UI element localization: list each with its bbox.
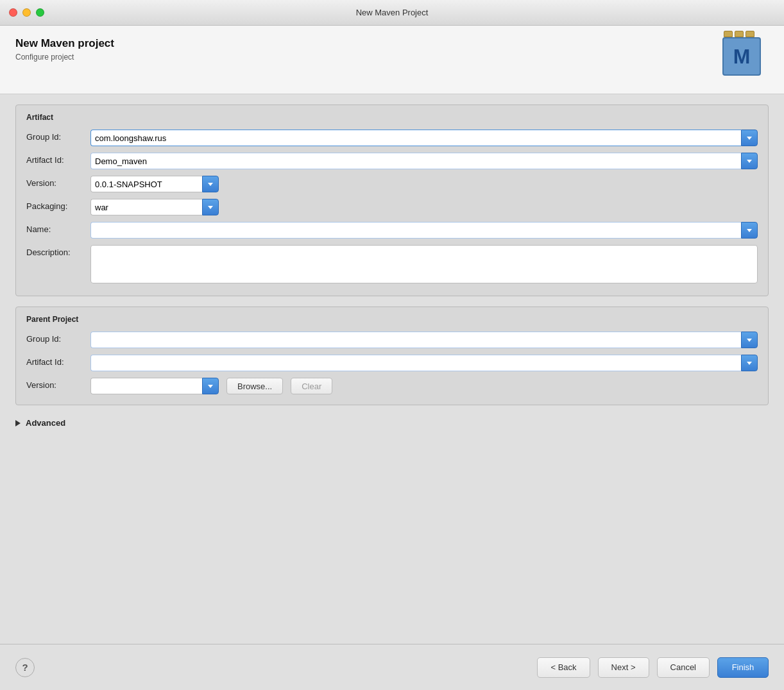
artifact-group-id-input[interactable] [90,130,741,146]
advanced-label: Advanced [26,418,65,428]
artifact-packaging-field: war [90,199,758,215]
maven-logo: M [722,37,769,83]
parent-group-id-field [90,332,758,348]
artifact-artifact-id-dropdown-btn[interactable] [741,153,758,169]
parent-artifact-id-input-group [90,355,758,371]
artifact-artifact-id-row: Artifact Id: [26,153,758,169]
maven-icon-letter: M [722,37,761,76]
artifact-version-dropdown-btn[interactable] [202,176,219,192]
dialog-subtitle: Configure project [15,53,114,62]
artifact-packaging-select-group: war [90,199,219,215]
title-bar: New Maven Project [0,0,784,26]
parent-version-select[interactable] [90,378,202,394]
parent-artifact-id-field [90,355,758,371]
parent-version-select-group [90,378,219,394]
parent-version-dropdown-btn[interactable] [202,378,219,394]
artifact-packaging-row: Packaging: war [26,199,758,215]
artifact-section: Artifact Group Id: Artifact Id: [15,105,769,296]
chevron-down-icon [747,160,752,163]
artifact-group-id-input-group [90,130,758,146]
artifact-packaging-dropdown-btn[interactable] [202,199,219,215]
chevron-down-icon [747,362,752,365]
parent-version-label: Version: [26,378,90,390]
dialog-header-text: New Maven project Configure project [15,37,114,62]
icon-tabs [724,31,754,37]
artifact-description-textarea[interactable] [90,245,758,283]
chevron-down-icon [208,183,213,186]
parent-group-id-input-group [90,332,758,348]
parent-group-id-row: Group Id: [26,332,758,348]
artifact-version-row: Version: 0.0.1-SNAPSHOT [26,176,758,192]
triangle-right-icon [15,420,21,426]
artifact-group-id-label: Group Id: [26,130,90,142]
finish-button[interactable]: Finish [717,657,769,678]
parent-group-id-label: Group Id: [26,332,90,344]
chevron-down-icon [747,339,752,342]
artifact-version-select[interactable]: 0.0.1-SNAPSHOT [90,176,202,192]
maximize-button[interactable] [36,8,44,17]
advanced-section: Advanced [15,416,769,430]
artifact-name-field [90,222,758,239]
parent-artifact-id-dropdown-btn[interactable] [741,355,758,371]
artifact-artifact-id-label: Artifact Id: [26,153,90,165]
artifact-section-title: Artifact [26,113,758,122]
parent-group-id-dropdown-btn[interactable] [741,332,758,348]
artifact-version-select-group: 0.0.1-SNAPSHOT [90,176,219,192]
artifact-packaging-label: Packaging: [26,199,90,211]
artifact-version-field: 0.0.1-SNAPSHOT [90,176,758,192]
clear-button[interactable]: Clear [291,378,332,394]
parent-version-input-group: Browse... Clear [90,378,758,394]
parent-artifact-id-input[interactable] [90,355,741,371]
dialog-content: Artifact Group Id: Artifact Id: [0,94,784,644]
artifact-description-label: Description: [26,245,90,257]
artifact-version-label: Version: [26,176,90,188]
footer-left: ? [15,658,35,677]
artifact-packaging-select[interactable]: war [90,199,202,215]
artifact-name-input[interactable] [90,222,741,239]
artifact-artifact-id-input[interactable] [90,153,741,169]
artifact-group-id-dropdown-btn[interactable] [741,130,758,146]
artifact-name-row: Name: [26,222,758,239]
next-button[interactable]: Next > [598,657,649,678]
parent-group-id-input[interactable] [90,332,741,348]
artifact-group-id-field [90,130,758,146]
artifact-artifact-id-input-group [90,153,758,169]
parent-project-section-title: Parent Project [26,315,758,324]
artifact-artifact-id-field [90,153,758,169]
artifact-name-label: Name: [26,222,90,234]
browse-button[interactable]: Browse... [226,378,283,394]
parent-version-field: Browse... Clear [90,378,758,394]
chevron-down-icon [747,229,752,232]
chevron-down-icon [747,137,752,140]
close-button[interactable] [9,8,17,17]
back-button[interactable]: < Back [537,657,590,678]
artifact-description-field [90,245,758,285]
minimize-button[interactable] [22,8,31,17]
artifact-description-row: Description: [26,245,758,285]
chevron-down-icon [208,206,213,209]
help-button[interactable]: ? [15,658,35,677]
parent-artifact-id-label: Artifact Id: [26,355,90,367]
dialog-footer: ? < Back Next > Cancel Finish [0,644,784,690]
parent-project-section: Parent Project Group Id: Artifact Id: [15,307,769,405]
dialog-title: New Maven project [15,37,114,50]
artifact-name-dropdown-btn[interactable] [741,222,758,239]
dialog-header: New Maven project Configure project M [0,26,784,94]
parent-version-row: Version: Browse... Clear [26,378,758,394]
artifact-name-input-group [90,222,758,239]
artifact-group-id-row: Group Id: [26,130,758,146]
advanced-toggle[interactable]: Advanced [15,416,769,430]
parent-artifact-id-row: Artifact Id: [26,355,758,371]
chevron-down-icon [208,385,213,388]
cancel-button[interactable]: Cancel [657,657,710,678]
window-controls[interactable] [9,8,44,17]
footer-right: < Back Next > Cancel Finish [537,657,769,678]
window-title: New Maven Project [356,8,429,17]
